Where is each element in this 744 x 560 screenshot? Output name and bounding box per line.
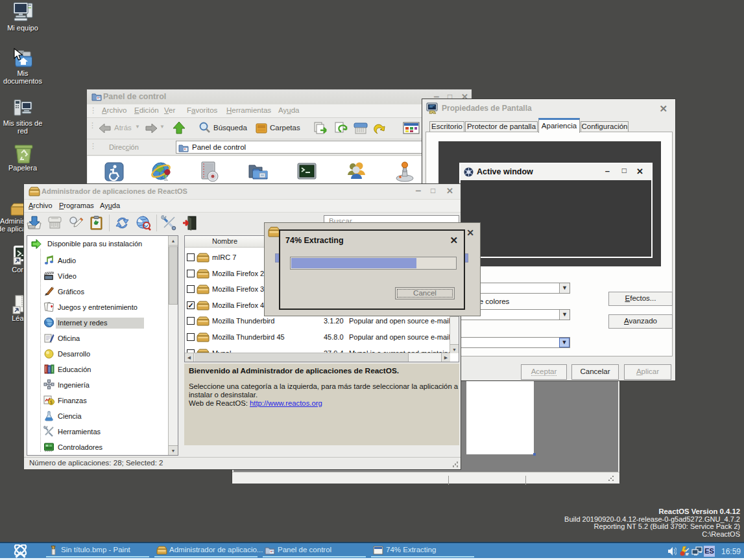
svg-text:$: $ — [50, 400, 53, 404]
